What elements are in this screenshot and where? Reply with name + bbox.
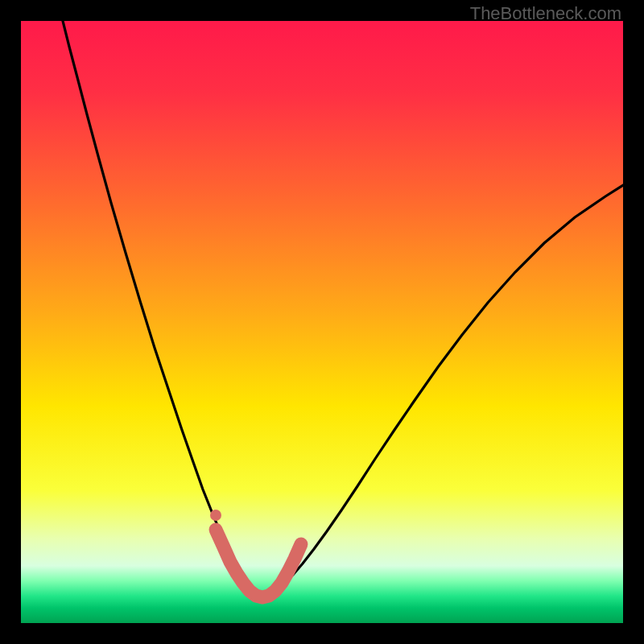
watermark-text: TheBottleneck.com (470, 3, 621, 24)
highlight-dot (210, 510, 221, 521)
highlight-region (216, 530, 301, 597)
chart-area (21, 21, 623, 623)
bottleneck-curve (63, 21, 623, 597)
curve-layer (21, 21, 623, 623)
